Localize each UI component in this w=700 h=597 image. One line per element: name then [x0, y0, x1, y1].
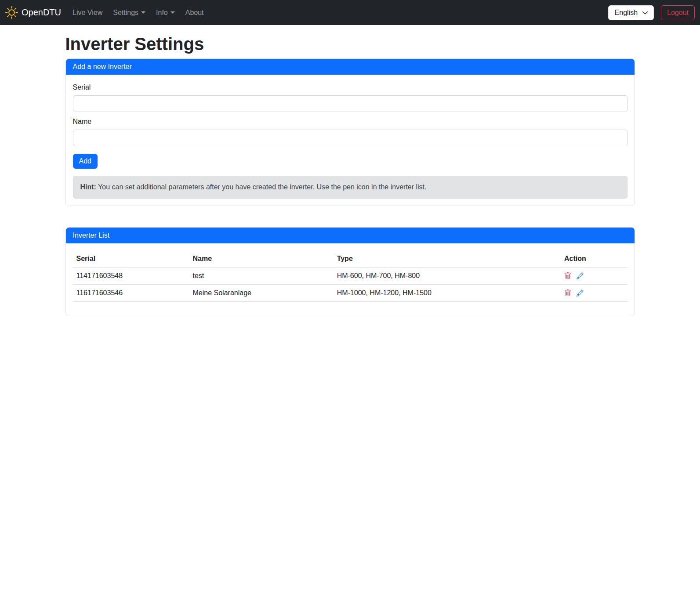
cell-serial: 114171603548: [73, 268, 189, 285]
name-label: Name: [73, 118, 627, 126]
sun-icon: [5, 6, 18, 19]
navbar: OpenDTU Live View Settings Info About En…: [0, 0, 700, 25]
logout-button[interactable]: Logout: [661, 5, 695, 20]
chevron-down-icon: [642, 10, 648, 16]
nav-item-about[interactable]: About: [182, 5, 207, 20]
inverter-table: Serial Name Type Action 114171603548 tes…: [73, 250, 627, 302]
inverter-list-card: Inverter List Serial Name Type Action 11…: [65, 227, 635, 316]
navbar-left: OpenDTU Live View Settings Info About: [5, 5, 211, 20]
delete-inverter-icon[interactable]: [564, 272, 571, 279]
language-select-value: English: [615, 9, 638, 16]
cell-type: HM-600, HM-700, HM-800: [334, 268, 561, 285]
table-row: 116171603546 Meine Solaranlage HM-1000, …: [73, 285, 627, 302]
row-actions: [564, 289, 624, 297]
serial-input[interactable]: [73, 95, 627, 112]
delete-inverter-icon[interactable]: [564, 289, 571, 297]
hint-alert: Hint: You can set additional parameters …: [73, 176, 627, 199]
nav-links: Live View Settings Info About: [69, 5, 211, 20]
cell-type: HM-1000, HM-1200, HM-1500: [334, 285, 561, 302]
hint-label: Hint:: [80, 183, 96, 191]
add-button[interactable]: Add: [73, 154, 98, 169]
brand-link[interactable]: OpenDTU: [5, 6, 61, 19]
table-row: 114171603548 test HM-600, HM-700, HM-800: [73, 268, 627, 285]
cell-name: Meine Solaranlage: [189, 285, 334, 302]
inverter-list-card-header: Inverter List: [66, 228, 635, 243]
column-header-name: Name: [189, 250, 334, 268]
table-header-row: Serial Name Type Action: [73, 250, 627, 268]
column-header-serial: Serial: [73, 250, 189, 268]
serial-label: Serial: [73, 83, 627, 91]
add-inverter-card-header: Add a new Inverter: [66, 59, 635, 75]
column-header-type: Type: [334, 250, 561, 268]
cell-name: test: [189, 268, 334, 285]
edit-inverter-icon[interactable]: [577, 272, 584, 279]
main-container: Inverter Settings Add a new Inverter Ser…: [60, 34, 640, 316]
brand-label: OpenDTU: [22, 7, 61, 18]
chevron-down-icon: [170, 11, 175, 14]
name-input[interactable]: [73, 130, 627, 146]
navbar-right: English Logout: [608, 5, 695, 20]
language-select[interactable]: English: [608, 5, 654, 20]
nav-item-settings[interactable]: Settings: [109, 5, 149, 20]
row-actions: [564, 272, 624, 279]
add-inverter-card-body: Serial Name Add Hint: You can set additi…: [66, 75, 635, 206]
nav-item-live-view[interactable]: Live View: [69, 5, 106, 20]
cell-serial: 116171603546: [73, 285, 189, 302]
chevron-down-icon: [141, 11, 145, 14]
edit-inverter-icon[interactable]: [577, 289, 584, 297]
add-inverter-card: Add a new Inverter Serial Name Add Hint:…: [65, 58, 635, 206]
nav-item-info[interactable]: Info: [152, 5, 178, 20]
inverter-list-card-body: Serial Name Type Action 114171603548 tes…: [66, 243, 635, 316]
page-title: Inverter Settings: [65, 34, 635, 54]
hint-text: You can set additional parameters after …: [96, 183, 427, 191]
column-header-action: Action: [561, 250, 627, 268]
